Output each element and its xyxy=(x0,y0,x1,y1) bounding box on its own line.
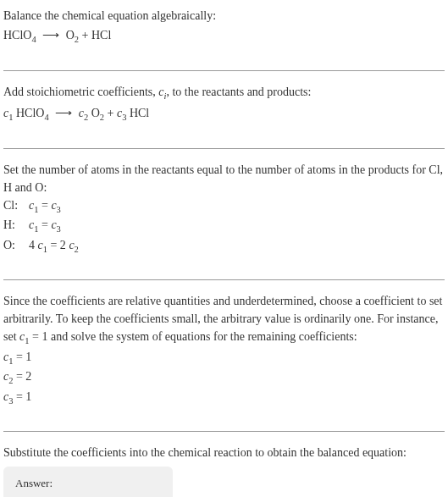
o-equation: 4 c1 = 2 c2 xyxy=(29,236,79,257)
section-atom-balance: Set the number of atoms in the reactants… xyxy=(3,161,445,268)
section-problem: Balance the chemical equation algebraica… xyxy=(3,7,445,58)
product-hcl: HCl xyxy=(91,29,111,41)
answer-box: Answer: HClO4 ⟶ 2 O2 + HCl xyxy=(3,467,173,497)
section-answer: Substitute the coefficients into the che… xyxy=(3,444,445,497)
arrow-icon: ⟶ xyxy=(42,26,59,44)
stoich-equation: c1 HClO4 ⟶ c2 O2 + c3 HCl xyxy=(3,104,445,124)
c3-value: c3 = 1 xyxy=(3,388,445,408)
divider xyxy=(3,148,445,149)
c1-value: c1 = 1 xyxy=(3,348,445,368)
section-stoichiometric: Add stoichiometric coefficients, ci, to … xyxy=(3,83,445,136)
answer-title: Substitute the coefficients into the che… xyxy=(3,444,445,461)
problem-title: Balance the chemical equation algebraica… xyxy=(3,7,445,25)
stoich-title: Add stoichiometric coefficients, ci, to … xyxy=(3,83,445,103)
unbalanced-equation: HClO4 ⟶ O2 + HCl xyxy=(3,26,445,47)
product-o2: O2 xyxy=(66,29,79,41)
h-balance-row: H: c1 = c3 xyxy=(3,216,445,236)
cl-balance-row: Cl: c1 = c3 xyxy=(3,196,445,217)
plus-sign: + xyxy=(79,29,91,41)
answer-label: Answer: xyxy=(15,475,161,492)
cl-label: Cl: xyxy=(3,196,29,214)
h-label: H: xyxy=(3,216,29,234)
h-equation: c1 = c3 xyxy=(29,216,61,236)
c2-value: c2 = 2 xyxy=(3,367,445,388)
reactant-hclo4: HClO4 xyxy=(3,29,36,41)
o-balance-row: O: 4 c1 = 2 c2 xyxy=(3,236,445,257)
section-solve: Since the coefficients are relative quan… xyxy=(3,292,445,419)
divider xyxy=(3,431,445,432)
solve-title: Since the coefficients are relative quan… xyxy=(3,292,445,348)
cl-equation: c1 = c3 xyxy=(29,196,61,217)
divider xyxy=(3,70,445,71)
atom-balance-title: Set the number of atoms in the reactants… xyxy=(3,161,445,196)
o-label: O: xyxy=(3,236,29,254)
divider xyxy=(3,279,445,280)
arrow-icon: ⟶ xyxy=(55,104,72,122)
